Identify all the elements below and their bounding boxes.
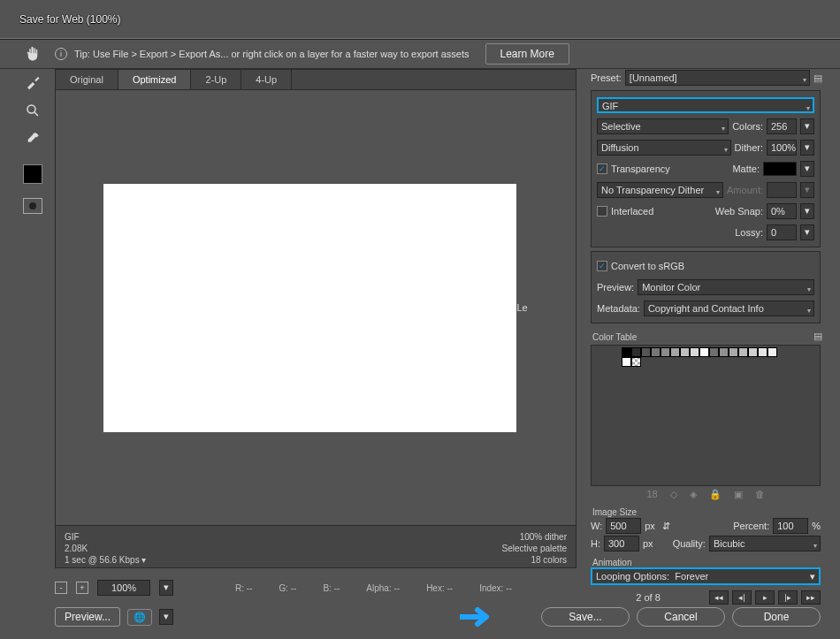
svg-point-0	[27, 105, 35, 113]
zoom-in-icon[interactable]: +	[76, 582, 88, 594]
color-swatch[interactable]	[729, 347, 738, 357]
metadata-select[interactable]: Copyright and Contact Info▾	[644, 300, 814, 316]
image-size-section: Image Size W: 500 px ⇵ Percent: 100 % H:…	[591, 506, 821, 552]
readout-b: B: --	[323, 583, 340, 593]
quality-label: Quality:	[673, 538, 706, 549]
color-swatch[interactable]	[719, 347, 729, 357]
color-swatch[interactable]	[699, 347, 709, 357]
slice-visibility-icon[interactable]	[23, 198, 42, 214]
colors-stepper[interactable]: ▾	[800, 118, 814, 134]
color-swatch[interactable]	[651, 347, 661, 357]
lock-icon[interactable]: 🔒	[709, 489, 722, 500]
zoom-out-icon[interactable]: -	[55, 582, 67, 594]
info-time: 1 sec @ 56.6 Kbps	[65, 555, 140, 565]
color-swatch[interactable]	[767, 347, 777, 357]
color-swatch[interactable]	[680, 347, 690, 357]
done-button[interactable]: Done	[732, 607, 821, 627]
dither-stepper[interactable]: ▾	[800, 140, 814, 156]
play-button[interactable]: ▸	[755, 590, 775, 605]
lossy-stepper[interactable]: ▾	[800, 224, 814, 240]
zoom-dropdown[interactable]: ▾	[159, 580, 173, 596]
ct-icon-2[interactable]: ◈	[690, 489, 697, 500]
looping-label: Looping Options:	[596, 571, 669, 582]
readout-hex: Hex: --	[426, 583, 453, 593]
width-input[interactable]: 500	[606, 518, 641, 534]
color-table-label: Color Table	[591, 331, 638, 342]
cancel-button[interactable]: Cancel	[637, 607, 725, 627]
panel-menu-icon[interactable]: ▤	[813, 72, 821, 84]
next-frame-button[interactable]: |▸	[778, 590, 798, 605]
canvas-wrap[interactable]: Le	[55, 90, 577, 526]
interlaced-checkbox[interactable]	[597, 206, 607, 217]
lossy-input[interactable]: 0	[767, 224, 797, 240]
colors-input[interactable]: 256	[767, 118, 797, 134]
interlaced-label: Interlaced	[611, 206, 653, 217]
file-format-select[interactable]: GIF▾	[597, 97, 814, 113]
color-swatch[interactable]	[690, 347, 699, 357]
tab-optimized[interactable]: Optimized	[118, 70, 192, 89]
transparency-dither-select[interactable]: No Transparency Dither▾	[597, 182, 723, 198]
readout-g: G: --	[279, 583, 296, 593]
matte-dropdown[interactable]: ▾	[800, 161, 814, 177]
browser-preview-icon[interactable]: 🌐	[127, 609, 152, 626]
prev-frame-button[interactable]: ◂|	[732, 590, 752, 605]
hand-tool-icon[interactable]	[23, 44, 42, 64]
tab-original[interactable]: Original	[56, 70, 118, 89]
preset-select[interactable]: [Unnamed]▾	[625, 70, 810, 86]
tab-4up[interactable]: 4-Up	[241, 70, 292, 89]
frame-indicator: 2 of 8	[591, 592, 706, 603]
color-swatch[interactable]	[631, 347, 641, 357]
last-frame-button[interactable]: ▸▸	[801, 590, 821, 605]
first-frame-button[interactable]: ◂◂	[709, 590, 729, 605]
matte-swatch[interactable]	[763, 162, 797, 176]
ct-icon-1[interactable]: ◇	[670, 489, 677, 500]
preview-select[interactable]: Monitor Color▾	[638, 279, 814, 295]
browser-dropdown[interactable]: ▾	[159, 609, 173, 625]
quality-select[interactable]: Bicubic▾	[709, 536, 821, 552]
amount-stepper: ▾	[800, 182, 814, 198]
link-icon[interactable]: ⇵	[662, 521, 670, 532]
new-color-icon[interactable]: ▣	[734, 489, 743, 500]
color-swatch[interactable]	[641, 347, 651, 357]
color-swatch[interactable]	[661, 347, 670, 357]
chevron-down-icon[interactable]: ▾	[141, 555, 146, 565]
zoom-value[interactable]: 100%	[97, 580, 150, 596]
save-button[interactable]: Save...	[541, 607, 630, 627]
preset-label: Preset:	[591, 72, 622, 83]
preview-button[interactable]: Preview...	[55, 607, 120, 627]
trash-icon[interactable]: 🗑	[755, 489, 765, 499]
color-swatch[interactable]	[622, 347, 631, 357]
height-input[interactable]: 300	[604, 536, 639, 552]
eyedropper-tool-icon[interactable]	[23, 129, 42, 148]
tab-2up[interactable]: 2-Up	[191, 70, 241, 89]
readout-r: R: --	[235, 583, 252, 593]
websnap-stepper[interactable]: ▾	[800, 203, 814, 219]
websnap-input[interactable]: 0%	[767, 203, 797, 219]
looping-options-select[interactable]: Looping Options: Forever ▾	[591, 567, 821, 585]
transparency-checkbox[interactable]	[597, 164, 607, 174]
srgb-label: Convert to sRGB	[611, 261, 684, 271]
matte-label: Matte:	[732, 164, 760, 174]
color-swatch[interactable]	[670, 347, 680, 357]
zoom-tool-icon[interactable]	[23, 101, 42, 120]
percent-input[interactable]: 100	[773, 518, 808, 534]
color-swatch[interactable]	[709, 347, 719, 357]
dither-algorithm-select[interactable]: Diffusion▾	[597, 140, 731, 156]
animation-label: Animation	[591, 556, 821, 567]
tip-bar: i Tip: Use File > Export > Export As... …	[0, 40, 840, 69]
color-swatch[interactable]	[748, 347, 758, 357]
srgb-checkbox[interactable]	[597, 261, 607, 271]
color-swatch[interactable]	[738, 347, 748, 357]
color-table-menu-icon[interactable]: ▤	[813, 331, 821, 342]
looping-value: Forever	[675, 571, 708, 582]
learn-more-button[interactable]: Learn More	[485, 43, 569, 65]
color-swatch[interactable]	[758, 347, 767, 357]
foreground-color-swatch[interactable]	[23, 164, 42, 184]
color-table-section: Color Table▤ 18 ◇ ◈ 🔒 ▣ 🗑	[591, 327, 821, 502]
slice-tool-icon[interactable]	[23, 72, 42, 92]
color-table[interactable]	[591, 345, 821, 486]
amount-label: Amount:	[727, 185, 763, 195]
dither-input[interactable]: 100%	[767, 140, 797, 156]
color-reduction-select[interactable]: Selective▾	[597, 118, 729, 134]
colors-label: Colors:	[732, 121, 763, 132]
